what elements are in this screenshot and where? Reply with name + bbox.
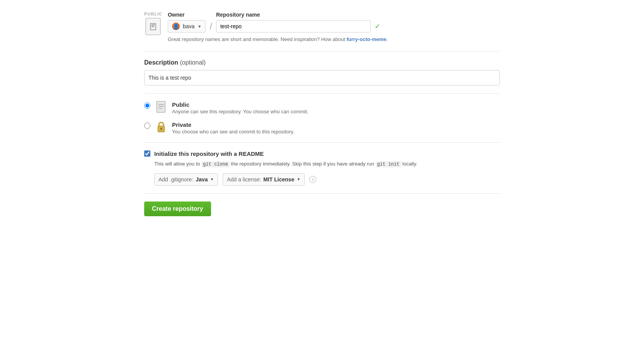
readme-section: Initialize this repository with a README… [144,150,500,186]
private-text: Private You choose who can see and commi… [172,121,295,135]
hint-text: Great repository names are short and mem… [168,36,500,43]
git-clone-code: git clone [201,161,230,167]
license-dropdown[interactable]: Add a license: MIT License ▼ [223,173,305,186]
avatar [172,22,180,30]
optional-label: (optional) [180,59,206,66]
readme-desc-before: This will allow you to [154,161,201,167]
git-init-code: git init [376,161,401,167]
private-option: Private You choose who can see and commi… [144,121,500,135]
repo-name-input[interactable] [216,20,371,32]
readme-checkbox-row: Initialize this repository with a README [144,150,500,157]
create-repository-button[interactable]: Create repository [144,201,211,216]
public-badge: PUBLIC [144,12,162,35]
repo-book-icon [145,18,161,35]
owner-dropdown[interactable]: bava ▼ [168,20,206,32]
readme-label[interactable]: Initialize this repository with a README [154,150,264,157]
public-desc: Anyone can see this repository. You choo… [172,109,308,114]
slash-separator: / [206,20,216,32]
repo-name-column: Repository name ✓ [216,12,500,32]
svg-rect-8 [161,129,162,130]
public-title: Public [172,101,308,108]
divider-2 [144,93,500,94]
description-label: Description (optional) [144,59,500,66]
public-text: Public Anyone can see this repository. Y… [172,101,308,114]
readme-checkbox[interactable] [144,150,150,157]
owner-repo-section: PUBLIC Owner bava ▼ [144,12,500,43]
gitignore-value: Java [196,176,208,183]
gitignore-label: Add .gitignore: [158,176,193,183]
divider-4 [144,193,500,194]
readme-desc-middle: the repository immediately. Skip this st… [230,161,376,167]
repo-name-wrapper: ✓ [216,20,500,32]
divider-3 [144,142,500,143]
gitignore-dropdown[interactable]: Add .gitignore: Java ▼ [154,173,218,186]
private-lock-icon [155,121,167,134]
hint-after: . [387,36,388,42]
page-container: PUBLIC Owner bava ▼ [129,0,515,228]
owner-column: Owner bava ▼ [168,12,206,32]
public-label: PUBLIC [144,12,162,16]
divider-1 [144,51,500,51]
private-desc: You choose who can see and commit to thi… [172,129,295,135]
owner-caret-icon: ▼ [198,24,201,29]
extra-dropdowns-row: Add .gitignore: Java ▼ Add a license: MI… [154,173,500,186]
book-svg-icon [148,22,158,31]
public-book-icon [155,101,167,114]
create-button-row: Create repository [144,201,500,216]
license-caret-icon: ▼ [296,177,300,181]
public-radio[interactable] [144,102,150,109]
owner-value: bava [183,23,194,29]
license-label: Add a license: [227,176,261,183]
visibility-section: Public Anyone can see this repository. Y… [144,101,500,135]
valid-checkmark-icon: ✓ [375,22,380,31]
license-value: MIT License [263,176,294,183]
readme-desc: This will allow you to git clone the rep… [154,160,500,168]
description-input[interactable] [144,70,500,85]
suggestion-link[interactable]: furry-octo-meme [346,36,386,42]
hint-before: Great repository names are short and mem… [168,36,346,42]
private-radio[interactable] [144,123,150,129]
repo-label: Repository name [216,12,500,18]
owner-label: Owner [168,12,206,18]
readme-desc-after: locally. [401,161,417,167]
license-info-icon[interactable]: i [309,176,316,183]
private-title: Private [172,121,295,128]
public-option: Public Anyone can see this repository. Y… [144,101,500,114]
gitignore-caret-icon: ▼ [210,177,214,181]
description-section: Description (optional) [144,59,500,85]
